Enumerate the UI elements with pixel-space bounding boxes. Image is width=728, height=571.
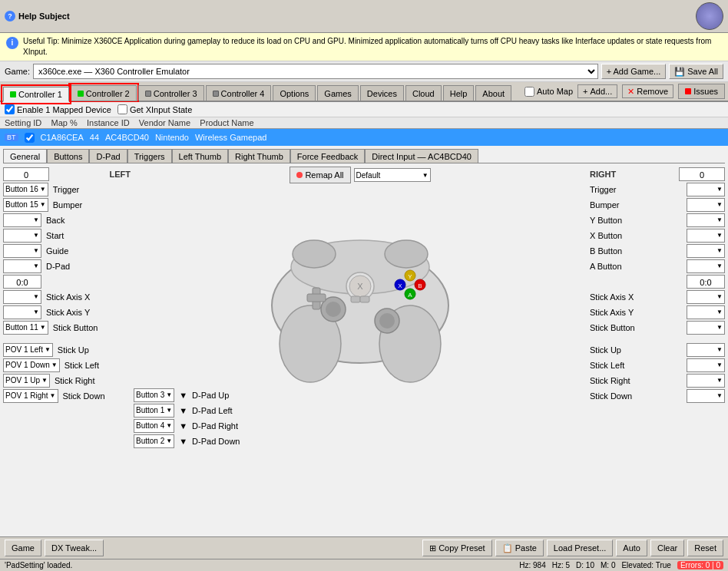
tab-controller1[interactable]: Controller 1 bbox=[3, 87, 69, 102]
subtab-general[interactable]: General bbox=[3, 149, 47, 163]
left-sticky-dropdown[interactable]: ▼ bbox=[3, 305, 41, 319]
get-xinput-checkbox[interactable] bbox=[117, 104, 127, 114]
left-pov4-dropdown[interactable]: POV 1 Right▼ bbox=[3, 389, 58, 403]
dpad-up-btn-dropdown[interactable]: Button 3▼ bbox=[134, 388, 174, 402]
left-stickbtn-dropdown[interactable]: Button 11▼ bbox=[3, 321, 48, 335]
tab-options[interactable]: Options bbox=[273, 85, 316, 101]
issues-dot bbox=[685, 88, 691, 94]
right-axis2-box: 0:0 bbox=[687, 275, 725, 289]
paste-icon: 📋 bbox=[502, 543, 513, 553]
right-pov4-dropdown[interactable]: ▼ bbox=[687, 389, 725, 403]
subtab-leftthumb[interactable]: Left Thumb bbox=[172, 149, 228, 163]
subtab-triggers[interactable]: Triggers bbox=[127, 149, 172, 163]
title-bar: ? Help Subject bbox=[0, 0, 728, 33]
tab-issues[interactable]: Issues bbox=[678, 84, 725, 99]
remap-all-button[interactable]: Remap All bbox=[290, 167, 350, 183]
dpad-rows: Button 3▼ ▼ D-Pad Up Button 1▼ ▼ D-Pad L… bbox=[134, 388, 587, 448]
tab-cloud[interactable]: Cloud bbox=[405, 85, 442, 101]
left-stickx-label: Stick Axis X bbox=[46, 292, 92, 302]
paste-button[interactable]: 📋 Paste bbox=[495, 540, 544, 556]
right-bumper-dropdown[interactable]: ▼ bbox=[687, 198, 725, 212]
left-trigger-label: Trigger bbox=[53, 185, 99, 194]
tab-devices[interactable]: Devices bbox=[360, 85, 404, 101]
right-pov1-dropdown[interactable]: ▼ bbox=[687, 343, 725, 357]
hz-value: Hz: 984 bbox=[519, 561, 545, 569]
subtab-rightthumb[interactable]: Right Thumb bbox=[228, 149, 290, 163]
tab-controller2[interactable]: Controller 2 bbox=[71, 85, 137, 101]
save-all-button[interactable]: 💾 Save All bbox=[669, 64, 723, 79]
right-trigger-dropdown[interactable]: ▼ bbox=[687, 183, 725, 196]
left-pov2-label: Stick Left bbox=[65, 361, 111, 370]
help-text: Useful Tip: Minimize X360CE Application … bbox=[23, 36, 722, 58]
vendor-name: Nintendo bbox=[155, 133, 189, 142]
enable-device-checkbox[interactable] bbox=[5, 104, 15, 114]
tab-help[interactable]: Help bbox=[443, 85, 475, 101]
nav-tabs: Controller 1 Controller 2 Controller 3 C… bbox=[0, 82, 728, 102]
load-preset-button[interactable]: Load Preset... bbox=[547, 540, 614, 556]
right-trigger-row: Trigger ▼ bbox=[590, 182, 725, 196]
tab-controller3[interactable]: Controller 3 bbox=[138, 85, 204, 101]
right-pov3-dropdown[interactable]: ▼ bbox=[687, 374, 725, 388]
right-sticky-label: Stick Axis Y bbox=[590, 308, 685, 317]
auto-map-checkbox[interactable] bbox=[524, 87, 534, 97]
left-guide-dropdown[interactable]: ▼ bbox=[3, 244, 41, 258]
hz2-value: Hz: 5 bbox=[552, 561, 570, 569]
dpad-up-row: Button 3▼ ▼ D-Pad Up bbox=[134, 388, 587, 402]
clear-button[interactable]: Clear bbox=[650, 540, 684, 556]
tab-about[interactable]: About bbox=[475, 85, 511, 101]
right-stickbtn-dropdown[interactable]: ▼ bbox=[687, 321, 725, 335]
right-xbutton-dropdown[interactable]: ▼ bbox=[687, 229, 725, 243]
left-start-dropdown[interactable]: ▼ bbox=[3, 229, 41, 243]
left-back-dropdown[interactable]: ▼ bbox=[3, 213, 41, 227]
status-message: 'PadSetting' loaded. bbox=[5, 561, 72, 569]
subtab-buttons[interactable]: Buttons bbox=[47, 149, 89, 163]
controller-svg: X A B X Y bbox=[253, 186, 468, 386]
right-sticky-dropdown[interactable]: ▼ bbox=[687, 305, 725, 319]
right-axis2-row: 0:0 bbox=[590, 274, 725, 289]
right-pov2-label: Stick Left bbox=[590, 361, 685, 370]
copy-preset-button[interactable]: ⊞ Copy Preset bbox=[422, 540, 492, 556]
svg-point-5 bbox=[385, 240, 428, 268]
subtab-dpad[interactable]: D-Pad bbox=[89, 149, 127, 163]
tab-games[interactable]: Games bbox=[317, 85, 358, 101]
device-checkbox[interactable] bbox=[25, 133, 35, 143]
remove-button[interactable]: ✕ Remove bbox=[622, 84, 673, 98]
dpad-right-btn-dropdown[interactable]: Button 4▼ bbox=[134, 419, 174, 433]
reset-button[interactable]: Reset bbox=[687, 540, 723, 556]
dx-tweak-button[interactable]: DX Tweak... bbox=[45, 540, 104, 556]
left-dpad-dropdown[interactable]: ▼ bbox=[3, 259, 41, 273]
map-pct: 44 bbox=[90, 133, 99, 142]
add-game-button[interactable]: + Add Game... bbox=[601, 64, 667, 79]
auto-button[interactable]: Auto bbox=[616, 540, 647, 556]
right-bbutton-dropdown[interactable]: ▼ bbox=[687, 244, 725, 258]
left-pov3-dropdown[interactable]: POV 1 Up▼ bbox=[3, 374, 50, 388]
right-pov2-dropdown[interactable]: ▼ bbox=[687, 358, 725, 372]
subtab-directinput[interactable]: Direct Input — AC4BCD40 bbox=[365, 149, 478, 163]
main-window: ? Help Subject i Useful Tip: Minimize X3… bbox=[0, 0, 728, 571]
left-bumper-dropdown[interactable]: Button 15▼ bbox=[3, 198, 48, 212]
left-guide-row: ▼ Guide bbox=[3, 243, 131, 258]
dpad-left-btn-dropdown[interactable]: Button 1▼ bbox=[134, 404, 174, 418]
left-pov1-dropdown[interactable]: POV 1 Left▼ bbox=[3, 343, 53, 357]
game-button[interactable]: Game bbox=[5, 540, 41, 556]
left-trigger-dropdown[interactable]: Button 16▼ bbox=[3, 183, 48, 196]
tab-controller3-label: Controller 3 bbox=[154, 89, 197, 98]
svg-rect-14 bbox=[307, 294, 326, 302]
left-stickx-dropdown[interactable]: ▼ bbox=[3, 290, 41, 304]
dpad-down-btn-dropdown[interactable]: Button 2▼ bbox=[134, 434, 174, 448]
tab-controller4[interactable]: Controller 4 bbox=[206, 85, 272, 101]
left-back-label: Back bbox=[46, 216, 92, 225]
tab-controller2-label: Controller 2 bbox=[86, 89, 130, 98]
game-select[interactable]: x360ce.exe — X360 Controller Emulator bbox=[33, 64, 598, 79]
subtab-forcefeedback[interactable]: Force Feedback bbox=[290, 149, 365, 163]
left-pov4-row: POV 1 Right▼ Stick Down bbox=[3, 388, 131, 403]
add-button[interactable]: + Add... bbox=[577, 84, 617, 98]
device-row[interactable]: BT C1A86CEA 44 AC4BCD40 Nintendo Wireles… bbox=[0, 129, 728, 146]
right-ybutton-dropdown[interactable]: ▼ bbox=[687, 213, 725, 227]
left-pov3-row: POV 1 Up▼ Stick Right bbox=[3, 373, 131, 388]
default-dropdown[interactable]: Default ▼ bbox=[354, 168, 431, 182]
right-abutton-dropdown[interactable]: ▼ bbox=[687, 259, 725, 273]
svg-text:A: A bbox=[408, 292, 412, 299]
left-pov2-dropdown[interactable]: POV 1 Down▼ bbox=[3, 358, 60, 372]
right-stickx-dropdown[interactable]: ▼ bbox=[687, 290, 725, 304]
